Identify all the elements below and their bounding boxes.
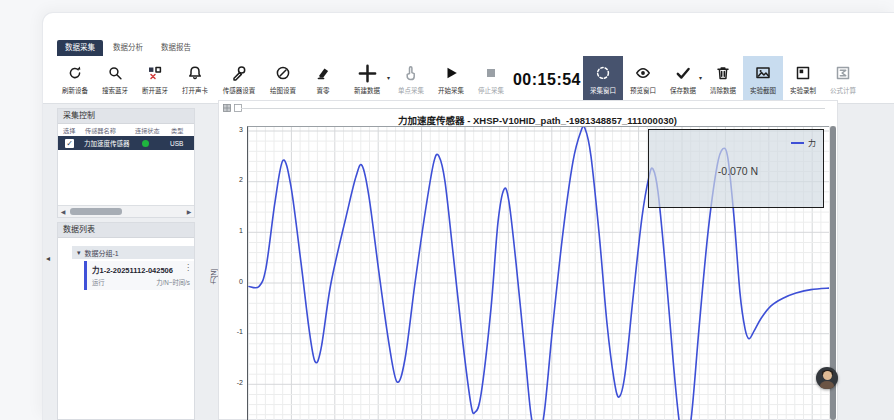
button-label: 新建数据 [354, 85, 380, 95]
collect-timer: 00:15:54 [511, 56, 583, 103]
plus-icon [357, 64, 378, 82]
chart-legend: 力 [791, 137, 816, 148]
y-tick-label: 2 [223, 176, 243, 183]
refresh-device-button[interactable]: 刷新设备 [55, 56, 95, 103]
card-divider [241, 108, 825, 109]
data-item-title: 力1-2-20251112-042506 [92, 264, 190, 275]
tab-data-report[interactable]: 数据报告 [153, 40, 199, 56]
button-label: 传感器设置 [223, 85, 256, 95]
button-label: 置零 [317, 85, 330, 95]
legend-series-label: 力 [808, 137, 816, 148]
button-label: 绘图设置 [270, 85, 296, 95]
sensor-type: USB [170, 140, 183, 147]
trash-icon [715, 64, 731, 82]
button-label: 实验录制 [790, 85, 816, 95]
y-axis-label: 力[N] [209, 269, 219, 284]
data-list-item[interactable]: 力1-2-20251112-042506 运行 力/N~时间/s ⋮ [84, 261, 194, 290]
experiment-screenshot-button[interactable]: 实验截图 [743, 56, 783, 103]
button-label: 断开蓝牙 [142, 85, 168, 95]
plot-settings-button[interactable]: 绘图设置 [263, 56, 303, 103]
dropdown-caret-icon[interactable]: ▾ [387, 74, 390, 81]
collect-control-panel: 采集控制 选择 传感器名称 连接状态 类型 ✓ 力加速度传感器 USB ◀ ▶ [57, 108, 195, 218]
button-label: 刷新设备 [62, 85, 88, 95]
experiment-record-button[interactable]: 实验录制 [783, 56, 823, 103]
button-label: 预览窗口 [630, 85, 656, 95]
button-label: 搜索蓝牙 [102, 85, 128, 95]
avatar [823, 371, 832, 380]
button-label: 打开声卡 [182, 85, 208, 95]
col-status: 连接状态 [135, 126, 171, 135]
sensor-settings-button[interactable]: 传感器设置 [215, 56, 263, 103]
start-collect-button[interactable]: 开始采集 [431, 56, 471, 103]
sensor-checkbox[interactable]: ✓ [65, 139, 74, 148]
sensor-settings-icon [231, 64, 247, 82]
new-data-button[interactable]: 新建数据 ▾ [343, 56, 391, 103]
assistant-avatar-button[interactable] [816, 367, 838, 389]
single-point-collect-button[interactable]: 单点采集 [391, 56, 431, 103]
sensor-table-header: 选择 传感器名称 连接状态 类型 [58, 124, 194, 136]
tap-icon [403, 64, 419, 82]
button-label: 公式计算 [830, 85, 856, 95]
scroll-track[interactable] [68, 208, 184, 215]
data-group-row[interactable]: ▾ 数据分组-1 [72, 246, 194, 259]
app-window: 数据采集 数据分析 数据报告 刷新设备 搜索蓝牙 断开蓝牙 打开声卡 传感器设置… [43, 13, 894, 420]
formula-icon [835, 64, 851, 82]
scroll-right-icon[interactable]: ▶ [184, 208, 194, 215]
layout-grid-icon[interactable] [223, 104, 231, 112]
chart-title: 力加速度传感器 - XHSP-V10HID_path_-1981348857_1… [247, 113, 828, 127]
tab-data-analysis[interactable]: 数据分析 [105, 40, 151, 56]
record-icon [795, 64, 811, 82]
data-list-panel: 数据列表 ▾ 数据分组-1 力1-2-20251112-042506 运行 力/… [57, 222, 195, 420]
save-data-button[interactable]: 保存数据 ▾ [663, 56, 703, 103]
legend-line-swatch [791, 142, 804, 144]
clear-data-button[interactable]: 清除数据 [703, 56, 743, 103]
marker-icon [315, 64, 331, 82]
plot-settings-icon [275, 64, 291, 82]
stop-icon [483, 64, 499, 82]
col-select: 选择 [58, 126, 85, 135]
bell-icon [187, 64, 203, 82]
sensor-table-row[interactable]: ✓ 力加速度传感器 USB [58, 136, 194, 150]
group-label: 数据分组-1 [85, 248, 119, 258]
scroll-left-icon[interactable]: ◀ [58, 208, 68, 215]
status-dot [142, 140, 149, 147]
scroll-thumb[interactable] [70, 208, 122, 215]
group-caret-icon[interactable]: ▾ [77, 249, 81, 257]
button-label: 开始采集 [438, 85, 464, 95]
avatar [820, 381, 834, 390]
measurement-annotation: -0.070 N [688, 165, 788, 177]
bluetooth-disconnect-icon [147, 64, 163, 82]
preview-window-button[interactable]: 预览窗口 [623, 56, 663, 103]
button-label: 采集窗口 [590, 85, 616, 95]
button-label: 单点采集 [398, 85, 424, 95]
y-tick-label: -2 [223, 379, 243, 386]
button-label: 停止采集 [478, 85, 504, 95]
stop-collect-button[interactable]: 停止采集 [471, 56, 511, 103]
search-bluetooth-button[interactable]: 搜索蓝牙 [95, 56, 135, 103]
disconnect-bluetooth-button[interactable]: 断开蓝牙 [135, 56, 175, 103]
sensor-name: 力加速度传感器 [84, 138, 134, 148]
data-item-status: 运行 [92, 278, 105, 287]
zero-set-button[interactable]: 置零 [303, 56, 343, 103]
horizontal-scrollbar[interactable]: ◀ ▶ [58, 205, 194, 217]
sidebar-collapse-icon[interactable]: ◂ [46, 254, 50, 263]
y-tick-label: 0 [223, 278, 243, 285]
panel-title: 采集控制 [58, 109, 194, 124]
y-tick-label: 3 [223, 126, 243, 133]
panel-title: 数据列表 [58, 223, 194, 238]
y-tick-label: -1 [223, 328, 243, 335]
button-label: 清除数据 [710, 85, 736, 95]
formula-calc-button[interactable]: 公式计算 [823, 56, 863, 103]
data-item-axes: 力/N~时间/s [156, 278, 190, 287]
dashed-circle-icon [595, 64, 611, 82]
screenshot-icon [755, 64, 771, 82]
y-tick-label: 1 [223, 227, 243, 234]
collect-window-button[interactable]: 采集窗口 [583, 56, 623, 103]
button-label: 保存数据 [670, 85, 696, 95]
tab-data-collect[interactable]: 数据采集 [57, 40, 103, 56]
eye-icon [635, 64, 651, 82]
button-label: 实验截图 [750, 85, 776, 95]
dropdown-caret-icon[interactable]: ▾ [699, 74, 702, 81]
item-menu-icon[interactable]: ⋮ [184, 263, 192, 272]
open-soundcard-button[interactable]: 打开声卡 [175, 56, 215, 103]
